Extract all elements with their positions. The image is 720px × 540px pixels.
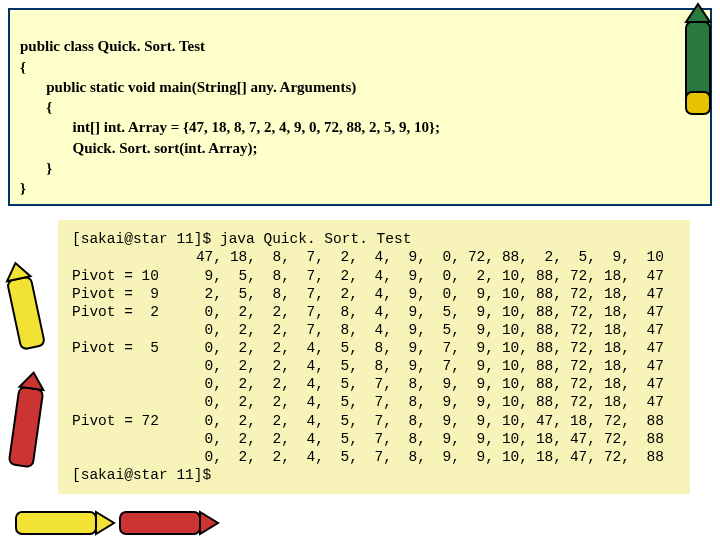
array-value: 0, [192, 375, 226, 393]
array-value: 0, [430, 267, 464, 285]
array-value: 9, [464, 321, 498, 339]
array-value: 72, [566, 267, 600, 285]
svg-rect-5 [9, 387, 44, 468]
array-value: 9, [396, 321, 430, 339]
array-row: 0,2,2,4,5,7,8,9,9,10,88,72,18,47 [72, 393, 682, 411]
array-value: 5, [566, 248, 600, 266]
array-value: 8, [260, 267, 294, 285]
array-value: 18, [600, 339, 634, 357]
svg-marker-1 [686, 4, 710, 22]
array-value: 10, [498, 339, 532, 357]
code-line: public class Quick. Sort. Test [20, 38, 205, 54]
array-value: 7, [294, 303, 328, 321]
terminal-output: [sakai@star 11]$ java Quick. Sort. Test … [58, 220, 690, 494]
array-value: 4, [362, 285, 396, 303]
array-row: 0,2,2,4,5,7,8,9,9,10,88,72,18,47 [72, 375, 682, 393]
array-value: 2, [226, 430, 260, 448]
array-value: 72, [566, 303, 600, 321]
array-value: 2, [260, 375, 294, 393]
array-value: 18, [566, 412, 600, 430]
array-value: 9, [464, 412, 498, 430]
array-value: 0, [192, 430, 226, 448]
svg-marker-10 [200, 512, 218, 534]
array-value: 2, [260, 430, 294, 448]
array-value: 18, [600, 303, 634, 321]
array-value: 88, [498, 248, 532, 266]
svg-rect-3 [7, 276, 45, 349]
array-value: 0, [192, 357, 226, 375]
array-value: 8, [396, 430, 430, 448]
array-value: 9, [464, 285, 498, 303]
array-value: 72, [566, 339, 600, 357]
array-value: 9, [430, 375, 464, 393]
array-value: 18, [600, 357, 634, 375]
array-value: 9, [600, 248, 634, 266]
array-value: 7, [430, 339, 464, 357]
array-value: 9, [464, 430, 498, 448]
array-value: 5, [328, 357, 362, 375]
array-value: 47 [634, 285, 668, 303]
array-value: 7, [294, 248, 328, 266]
array-value: 9, [464, 375, 498, 393]
array-value: 7, [362, 412, 396, 430]
array-value: 18, [226, 248, 260, 266]
pivot-label: Pivot = 9 [72, 285, 192, 303]
array-value: 0, [192, 321, 226, 339]
array-value: 2, [260, 321, 294, 339]
array-value: 5, [226, 267, 260, 285]
array-value: 10, [498, 412, 532, 430]
code-line: public static void main(String[] any. Ar… [20, 79, 356, 95]
crayon-icon [0, 370, 60, 490]
array-value: 2, [328, 248, 362, 266]
pivot-row: Pivot = 92,5,8,7,2,4,9,0,9,10,88,72,18,4… [72, 285, 682, 303]
array-value: 2, [226, 393, 260, 411]
array-value: 8, [260, 248, 294, 266]
array-value: 2, [260, 448, 294, 466]
array-value: 5, [328, 393, 362, 411]
array-value: 88, [532, 393, 566, 411]
array-value: 4, [294, 393, 328, 411]
array-value: 10, [498, 357, 532, 375]
array-value: 4, [294, 448, 328, 466]
array-value: 18, [600, 375, 634, 393]
array-value: 9, [396, 303, 430, 321]
array-value: 72, [600, 412, 634, 430]
array-value: 72, [566, 375, 600, 393]
array-value: 7, [362, 375, 396, 393]
pivot-row: Pivot = 109,5,8,7,2,4,9,0,2,10,88,72,18,… [72, 267, 682, 285]
array-value: 8, [396, 448, 430, 466]
array-value: 7, [294, 267, 328, 285]
array-value: 47 [634, 357, 668, 375]
svg-rect-9 [120, 512, 200, 534]
array-value: 8, [396, 393, 430, 411]
array-value: 4, [362, 321, 396, 339]
array-value: 9, [430, 430, 464, 448]
array-value: 0, [192, 339, 226, 357]
array-value: 9, [464, 303, 498, 321]
array-value: 88, [532, 339, 566, 357]
array-value: 72, [566, 393, 600, 411]
array-value: 18, [600, 393, 634, 411]
array-value: 0, [192, 303, 226, 321]
array-value: 88, [532, 285, 566, 303]
array-value: 88 [634, 448, 668, 466]
array-value: 5, [328, 430, 362, 448]
array-value: 18, [600, 321, 634, 339]
array-value: 4, [362, 248, 396, 266]
pivot-label: Pivot = 10 [72, 267, 192, 285]
array-value: 10, [498, 430, 532, 448]
array-value: 9, [396, 285, 430, 303]
array-row: 47,18,8,7,2,4,9,0,72,88,2,5,9,10 [72, 248, 682, 266]
array-value: 10, [498, 393, 532, 411]
array-value: 2, [226, 303, 260, 321]
svg-marker-6 [20, 371, 46, 390]
array-value: 10 [634, 248, 668, 266]
array-value: 2, [260, 393, 294, 411]
array-value: 2, [260, 303, 294, 321]
array-value: 8, [396, 375, 430, 393]
array-value: 8, [396, 412, 430, 430]
pivot-label: Pivot = 5 [72, 339, 192, 357]
code-line: } [20, 180, 26, 196]
array-value: 10, [498, 267, 532, 285]
array-value: 2, [260, 412, 294, 430]
